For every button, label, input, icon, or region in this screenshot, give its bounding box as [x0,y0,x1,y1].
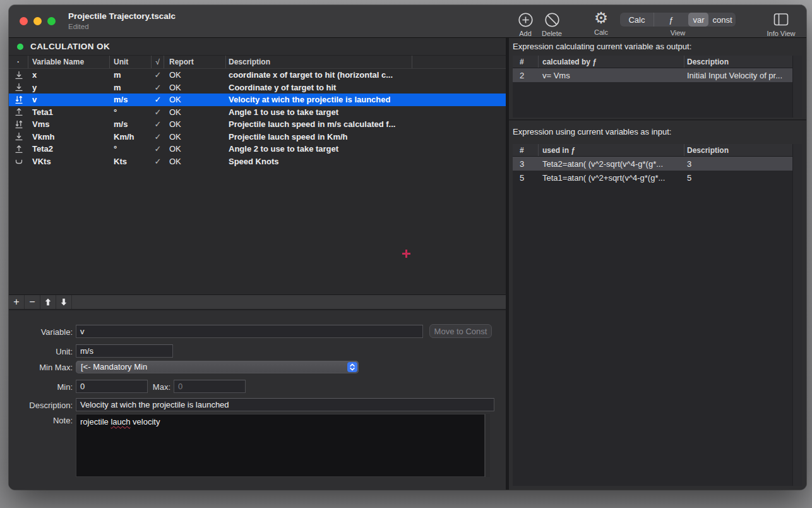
note-scrollbar[interactable] [485,414,490,477]
segment-fx[interactable]: ƒ [654,13,688,27]
max-field-label: Max: [107,382,170,392]
variable-row-VKts[interactable]: VKtsKts✓OKSpeed Knots [9,155,506,168]
variable-row-Teta1[interactable]: Teta1°✓OKAngle 1 to use to take target [9,106,506,119]
column-header-used-in[interactable]: used in ƒ [539,144,684,156]
column-header-variable-name[interactable]: Variable Name [28,56,110,68]
unit-cell: ° [110,107,152,117]
content: CALCULATION OK · Variable Name Unit √ Re… [9,38,806,490]
description-cell: Projectile lauch speed in Km/h [226,132,412,142]
variable-name-cell: y [28,83,110,92]
expression-cell: Teta1=atan( (v^2+sqrt(v^4-g*(g*... [539,173,684,183]
note-textarea[interactable]: rojectile lauch velocity [76,414,485,477]
input-table-body: 3Teta2=atan( (v^2-sqrt(v^4-g*(g*...35Tet… [513,157,802,184]
column-header-check[interactable]: √ [152,56,164,68]
arrow-up-icon [44,298,52,306]
minmax-dropdown[interactable]: [<- Mandatory Min [76,361,359,373]
move-up-button[interactable] [40,295,56,309]
add-button[interactable]: Add [512,11,539,37]
calc-label: Calc [594,28,608,36]
status-bar: CALCULATION OK [9,38,506,56]
variable-row-y[interactable]: ym✓OKCoordinate y of target to hit [9,82,506,94]
variable-name-cell: Teta1 [28,107,110,117]
zoom-button[interactable] [47,17,56,25]
column-header-description[interactable]: Description [226,56,412,68]
info-view-button[interactable]: Info View [763,11,799,37]
row-num-cell: 5 [513,173,539,183]
expression-row-2[interactable]: 2v= VmsInitial Input Velocity of pr... [513,68,792,82]
unit-cell: Kts [110,157,152,166]
column-header-dot[interactable]: · [9,56,28,68]
move-to-const-button[interactable]: Move to Const [429,324,492,338]
variables-panel: CALCULATION OK · Variable Name Unit √ Re… [9,38,506,490]
close-button[interactable] [20,17,28,25]
report-cell: OK [164,119,226,129]
description-cell: Coordinate y of target to hit [226,83,412,92]
description-cell: Velocity at wich the projectile is launc… [226,95,412,104]
max-field[interactable]: 0 [174,380,246,393]
info-view-label: Info View [767,30,795,37]
window-title: Projectile Trajectory.tscalc [68,11,176,21]
unit-cell: m/s [110,95,152,104]
check-icon: ✓ [152,70,164,80]
output-icon [9,107,28,116]
input-table-scrollbar[interactable] [792,144,802,486]
input-icon [9,83,28,92]
minimize-button[interactable] [33,17,42,25]
report-cell: OK [164,83,226,92]
delete-button[interactable]: Delete [538,11,566,37]
variable-row-x[interactable]: xm✓OKcoordinate x of target to hit (hori… [9,69,506,82]
variable-row-Vkmh[interactable]: VkmhKm/h✓OKProjectile lauch speed in Km/… [9,131,506,143]
input-output-icon [9,95,28,104]
check-icon: ✓ [152,107,164,117]
report-cell: OK [164,70,226,80]
column-header-description[interactable]: Description [684,56,792,68]
output-table-scrollbar[interactable] [792,56,802,118]
remove-row-button[interactable]: − [25,295,40,309]
unit-field[interactable]: m/s [76,344,173,358]
segment-var[interactable]: var [688,13,708,27]
variable-field[interactable]: v [76,325,423,338]
column-header-report[interactable]: Report [164,56,226,68]
input-table-header: # used in ƒ Description [513,144,802,157]
column-header-num[interactable]: # [513,144,539,156]
segment-calc[interactable]: Calc [620,13,654,27]
report-cell: OK [164,157,226,166]
variable-detail-form: Variable: v Move to Const Unit: m/s Min … [9,311,506,490]
calc-button[interactable]: ⚙ Calc [587,9,615,36]
expressions-panel: Expression calculating current variable … [509,38,806,490]
titlebar: Projectile Trajectory.tscalc Edited Add … [9,5,806,38]
description-cell: 5 [684,173,792,183]
variable-row-Teta2[interactable]: Teta2°✓OKAngle 2 to use to take target [9,143,506,155]
variable-row-v[interactable]: vm/s✓OKVelocity at wich the projectile i… [9,94,506,106]
description-cell: Initial Input Velocity of pr... [684,71,792,80]
minmax-field-label: Min Max: [9,363,73,372]
unit-cell: Km/h [110,132,152,142]
variable-name-cell: v [28,95,110,104]
description-field[interactable]: Velocity at wich the projectile is launc… [76,398,494,411]
expression-row-3[interactable]: 3Teta2=atan( (v^2-sqrt(v^4-g*(g*...3 [513,157,792,171]
section-separator [509,119,806,121]
add-row-button[interactable]: + [9,295,25,309]
column-header-unit[interactable]: Unit [110,56,152,68]
check-icon: ✓ [152,132,164,142]
unit-cell: m [110,70,152,80]
u-bend-icon [9,157,28,166]
variable-name-cell: Vms [28,119,110,129]
check-icon: ✓ [152,157,164,166]
column-header-description[interactable]: Description [684,144,792,156]
check-icon: ✓ [152,119,164,129]
segment-const[interactable]: const [708,13,736,27]
input-output-icon [9,120,28,129]
input-icon [9,71,28,80]
expression-row-5[interactable]: 5Teta1=atan( (v^2+sqrt(v^4-g*(g*...5 [513,171,792,184]
variables-table-toolbar: + − [9,294,506,310]
column-header-extra [412,56,506,68]
move-down-button[interactable] [56,295,72,309]
row-num-cell: 2 [513,71,539,80]
variable-row-Vms[interactable]: Vmsm/s✓OKProjectile lauch speed in m/s c… [9,118,506,131]
description-field-label: Description: [9,401,73,410]
column-header-calculated-by[interactable]: calculated by ƒ [539,56,684,68]
description-cell: 3 [684,159,792,169]
output-expressions-table: # calculated by ƒ Description 2v= VmsIni… [513,56,802,118]
column-header-num[interactable]: # [513,56,539,68]
